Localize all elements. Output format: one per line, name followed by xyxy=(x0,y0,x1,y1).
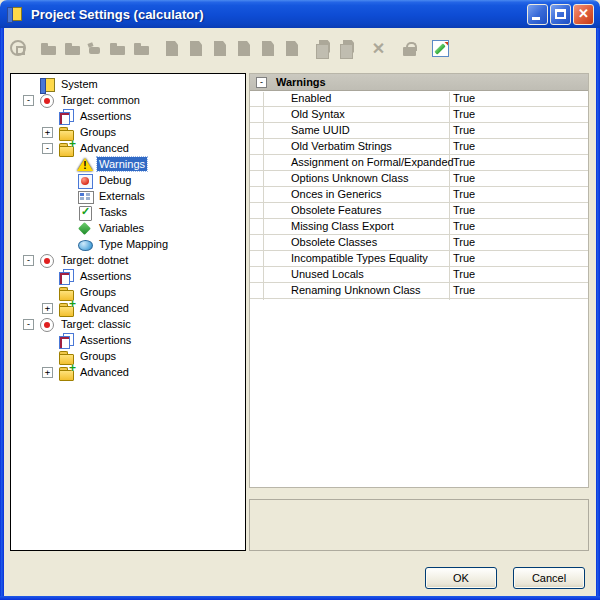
rename-icon[interactable] xyxy=(88,40,102,57)
tree-item-system[interactable]: System xyxy=(11,76,245,92)
file-2-icon[interactable] xyxy=(188,40,205,57)
debug-icon xyxy=(77,173,93,188)
window-border-right xyxy=(596,28,600,600)
tree-item-advanced[interactable]: ++Advanced xyxy=(11,364,245,380)
tree-item-assertions[interactable]: Assertions xyxy=(11,268,245,284)
maximize-icon xyxy=(555,9,566,19)
tree-item-variables[interactable]: Variables xyxy=(11,220,245,236)
maximize-button[interactable] xyxy=(550,4,571,25)
folder-2-icon[interactable] xyxy=(109,40,126,57)
target-icon xyxy=(39,253,55,268)
window-title: Project Settings (calculator) xyxy=(31,7,525,22)
folder-plus-icon: + xyxy=(58,141,74,156)
lock-icon[interactable] xyxy=(401,40,418,57)
folder-copy-icon[interactable] xyxy=(64,40,81,57)
grid-row-unused-locals[interactable]: Unused LocalsTrue xyxy=(250,267,588,283)
tree-item-target-dotnet[interactable]: -Target: dotnet xyxy=(11,252,245,268)
tree-item-target-common[interactable]: -Target: common xyxy=(11,92,245,108)
warning-icon: ! xyxy=(77,157,93,172)
assertions-icon xyxy=(58,333,74,348)
description-panel xyxy=(249,499,589,551)
window-border-bottom xyxy=(0,596,600,600)
cancel-button[interactable]: Cancel xyxy=(513,567,585,589)
tree-item-assertions[interactable]: Assertions xyxy=(11,108,245,124)
expand-expander[interactable]: + xyxy=(42,367,53,378)
minimize-icon xyxy=(532,17,540,20)
tree-item-groups[interactable]: Groups xyxy=(11,348,245,364)
tree-item-debug[interactable]: Debug xyxy=(11,172,245,188)
collapse-expander[interactable]: - xyxy=(23,95,34,106)
tree-item-advanced[interactable]: -+Advanced xyxy=(11,140,245,156)
window-icon xyxy=(6,6,22,22)
tree-item-groups[interactable]: +Groups xyxy=(11,124,245,140)
collapse-expander[interactable]: - xyxy=(23,255,34,266)
copy-files-icon[interactable] xyxy=(315,40,332,57)
grid-row-assignment-on-formal-expanded[interactable]: Assignment on Formal/ExpandedTrue xyxy=(250,155,588,171)
type-mapping-icon xyxy=(77,237,93,252)
grid-section-header[interactable]: - Warnings xyxy=(250,74,588,91)
grid-row-obsolete-classes[interactable]: Obsolete ClassesTrue xyxy=(250,235,588,251)
grid-row-incompatible-types-equality[interactable]: Incompatible Types EqualityTrue xyxy=(250,251,588,267)
tree-item-target-classic[interactable]: -Target: classic xyxy=(11,316,245,332)
target-icon xyxy=(39,317,55,332)
edit-icon[interactable] xyxy=(432,40,449,57)
file-1-icon[interactable] xyxy=(164,40,181,57)
grid-row-onces-in-generics[interactable]: Onces in GenericsTrue xyxy=(250,187,588,203)
tree-item-externals[interactable]: Externals xyxy=(11,188,245,204)
collapse-expander[interactable]: - xyxy=(23,319,34,330)
collapse-section-expander[interactable]: - xyxy=(256,77,267,88)
target-icon xyxy=(39,93,55,108)
folder-plus-icon: + xyxy=(58,301,74,316)
tree-item-type-mapping[interactable]: Type Mapping xyxy=(11,236,245,252)
minimize-button[interactable] xyxy=(527,4,548,25)
grid-row-old-syntax[interactable]: Old SyntaxTrue xyxy=(250,107,588,123)
window-border-left xyxy=(0,28,4,600)
grid-row-renaming-unknown-class[interactable]: Renaming Unknown ClassTrue xyxy=(250,283,588,299)
grid-row-missing-class-export[interactable]: Missing Class ExportTrue xyxy=(250,219,588,235)
file-4-icon[interactable] xyxy=(236,40,253,57)
variables-icon xyxy=(77,221,93,236)
assertions-icon xyxy=(58,109,74,124)
warnings-property-grid: - Warnings EnabledTrue Old SyntaxTrue Sa… xyxy=(249,73,589,488)
settings-tree: System -Target: common Assertions +Group… xyxy=(10,73,246,551)
grid-row-enabled[interactable]: EnabledTrue xyxy=(250,91,588,107)
close-icon: ✕ xyxy=(574,6,593,21)
file-5-icon[interactable] xyxy=(260,40,277,57)
file-6-icon[interactable] xyxy=(284,40,301,57)
collapse-expander[interactable]: - xyxy=(42,143,53,154)
grid-section-title: Warnings xyxy=(276,76,326,88)
new-folder-icon[interactable] xyxy=(40,40,57,57)
tree-item-tasks[interactable]: ✓Tasks xyxy=(11,204,245,220)
tree-item-warnings[interactable]: !Warnings xyxy=(11,156,245,172)
grid-row-obsolete-features[interactable]: Obsolete FeaturesTrue xyxy=(250,203,588,219)
expand-expander[interactable]: + xyxy=(42,127,53,138)
tree-item-assertions[interactable]: Assertions xyxy=(11,332,245,348)
externals-icon xyxy=(77,189,93,204)
assertions-icon xyxy=(58,269,74,284)
ok-button[interactable]: OK xyxy=(425,567,497,589)
titlebar[interactable]: Project Settings (calculator) ✕ xyxy=(0,0,600,28)
project-settings-window: Project Settings (calculator) ✕ ✕ System… xyxy=(0,0,600,600)
copy-files-2-icon[interactable] xyxy=(339,40,356,57)
target-ring-icon[interactable] xyxy=(10,40,26,56)
file-3-icon[interactable] xyxy=(212,40,229,57)
toolbar: ✕ xyxy=(10,39,449,57)
delete-icon[interactable]: ✕ xyxy=(370,40,387,57)
close-button[interactable]: ✕ xyxy=(573,4,594,25)
tasks-icon: ✓ xyxy=(77,205,93,220)
notebook-icon xyxy=(39,77,55,92)
tree-item-advanced[interactable]: ++Advanced xyxy=(11,300,245,316)
grid-row-same-uuid[interactable]: Same UUIDTrue xyxy=(250,123,588,139)
expand-expander[interactable]: + xyxy=(42,303,53,314)
folder-3-icon[interactable] xyxy=(133,40,150,57)
tree-item-groups[interactable]: Groups xyxy=(11,284,245,300)
folder-plus-icon: + xyxy=(58,365,74,380)
grid-row-options-unknown-class[interactable]: Options Unknown ClassTrue xyxy=(250,171,588,187)
grid-row-old-verbatim-strings[interactable]: Old Verbatim StringsTrue xyxy=(250,139,588,155)
